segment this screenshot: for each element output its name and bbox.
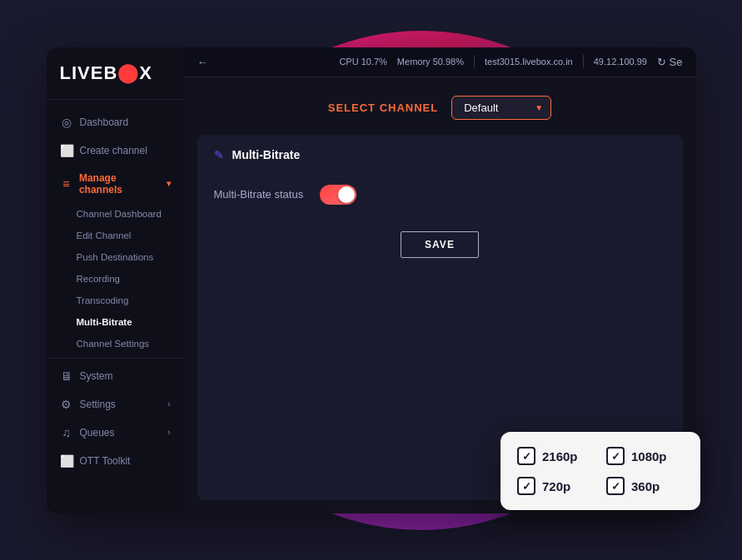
dashboard-icon	[60, 116, 73, 129]
checkbox-720p[interactable]: ✓	[517, 477, 535, 495]
multi-bitrate-status-label: Multi-Bitrate status	[214, 188, 304, 201]
app-logo: LIVEB⬤X	[60, 62, 171, 84]
channel-dropdown[interactable]: Default Channel 1 Channel 2	[451, 96, 551, 120]
save-button[interactable]: SAVE	[401, 231, 479, 258]
section-title: Multi-Bitrate	[232, 148, 301, 161]
server-label: test3015.livebox.co.in	[485, 57, 573, 67]
sidebar-item-manage-channels[interactable]: ≡ Manage channels ▾	[47, 165, 184, 203]
sidebar-nav: Dashboard ⬜ Create channel ≡ Manage chan…	[47, 100, 184, 513]
stat-divider-2	[583, 55, 584, 68]
ott-icon: ⬜	[60, 454, 73, 468]
top-bar-stats: CPU 10.7% Memory 50.98% test3015.livebox…	[339, 55, 682, 68]
sidebar-item-ott-toolkit[interactable]: ⬜ OTT Toolkit	[47, 447, 184, 475]
bitrate-popup: ✓ 2160p ✓ 1080p ✓ 720p ✓ 360p	[500, 432, 700, 510]
bitrate-label-1080p: 1080p	[631, 449, 667, 463]
bitrate-option-1080p[interactable]: ✓ 1080p	[606, 447, 684, 465]
sidebar-item-transcoding[interactable]: Transcoding	[47, 290, 184, 311]
sidebar-item-manage-label: Manage channels	[79, 172, 160, 196]
status-row: Multi-Bitrate status	[214, 178, 666, 211]
bitrate-label-720p: 720p	[542, 479, 570, 493]
create-channel-icon: ⬜	[60, 144, 73, 157]
sidebar-item-dashboard-label: Dashboard	[80, 116, 129, 128]
toggle-wrapper	[320, 185, 356, 205]
sidebar-item-dashboard[interactable]: Dashboard	[47, 108, 184, 136]
sidebar-item-multi-bitrate[interactable]: Multi-Bitrate	[47, 311, 184, 333]
select-channel-bar: SELECT CHANNEL Default Channel 1 Channel…	[197, 91, 683, 125]
sidebar-item-settings[interactable]: ⚙ Settings ›	[47, 390, 184, 419]
queues-chevron-icon: ›	[167, 428, 170, 437]
sidebar-item-create-label: Create channel	[80, 145, 147, 156]
nav-divider-1	[47, 358, 184, 359]
sidebar-item-push-destinations[interactable]: Push Destinations	[47, 246, 184, 268]
bitrate-options-grid: ✓ 2160p ✓ 1080p ✓ 720p ✓ 360p	[517, 447, 684, 495]
sidebar-item-create-channel[interactable]: ⬜ Create channel	[47, 136, 184, 165]
checkbox-360p[interactable]: ✓	[606, 477, 625, 495]
logo-area: LIVEB⬤X	[47, 47, 184, 100]
sidebar-item-system[interactable]: 🖥 System	[47, 362, 184, 390]
sub-nav-manage-channels: Channel Dashboard Edit Channel Push Dest…	[47, 203, 184, 354]
sidebar-item-channel-dashboard[interactable]: Channel Dashboard	[47, 203, 184, 225]
checkbox-1080p[interactable]: ✓	[606, 447, 625, 465]
settings-icon: ⚙	[60, 398, 73, 411]
sidebar-item-queues-label: Queues	[80, 427, 115, 439]
sidebar: LIVEB⬤X Dashboard ⬜ Create channel ≡ Man…	[47, 47, 184, 513]
bitrate-option-720p[interactable]: ✓ 720p	[517, 477, 595, 495]
channel-dropdown-wrapper: Default Channel 1 Channel 2	[451, 96, 551, 120]
cpu-stat: CPU 10.7%	[339, 57, 386, 67]
logo-icon: ⬤	[117, 62, 139, 84]
chevron-down-icon: ▾	[167, 179, 171, 188]
system-icon: 🖥	[60, 369, 73, 383]
toggle-knob	[338, 186, 355, 203]
sidebar-item-system-label: System	[80, 370, 113, 382]
manage-channels-icon: ≡	[60, 177, 72, 191]
multi-bitrate-toggle[interactable]	[320, 185, 356, 205]
bitrate-label-2160p: 2160p	[542, 449, 578, 463]
bitrate-option-360p[interactable]: ✓ 360p	[606, 477, 684, 495]
memory-stat: Memory 50.98%	[397, 57, 464, 67]
back-button[interactable]: ←	[197, 56, 208, 68]
edit-icon: ✎	[214, 148, 224, 161]
sidebar-item-edit-channel[interactable]: Edit Channel	[47, 225, 184, 246]
ip-label: 49.12.100.99	[594, 57, 647, 67]
sidebar-item-ott-label: OTT Toolkit	[80, 455, 131, 467]
sidebar-item-recording[interactable]: Recording	[47, 268, 184, 290]
section-header: ✎ Multi-Bitrate	[214, 148, 666, 161]
select-channel-label: SELECT CHANNEL	[328, 102, 438, 114]
bitrate-label-360p: 360p	[631, 479, 660, 493]
refresh-button[interactable]: ↻ Se	[657, 56, 683, 68]
settings-chevron-icon: ›	[167, 399, 170, 409]
checkbox-2160p[interactable]: ✓	[517, 447, 535, 465]
top-bar-left: ←	[197, 56, 208, 68]
sidebar-item-channel-settings[interactable]: Channel Settings	[47, 333, 184, 354]
bitrate-option-2160p[interactable]: ✓ 2160p	[517, 447, 595, 465]
queues-icon: ♫	[60, 426, 73, 439]
sidebar-item-settings-label: Settings	[80, 399, 116, 410]
sidebar-item-queues[interactable]: ♫ Queues ›	[47, 419, 184, 447]
stat-divider	[474, 55, 475, 68]
save-btn-area: SAVE	[214, 231, 666, 258]
top-bar: ← CPU 10.7% Memory 50.98% test3015.liveb…	[184, 47, 696, 77]
